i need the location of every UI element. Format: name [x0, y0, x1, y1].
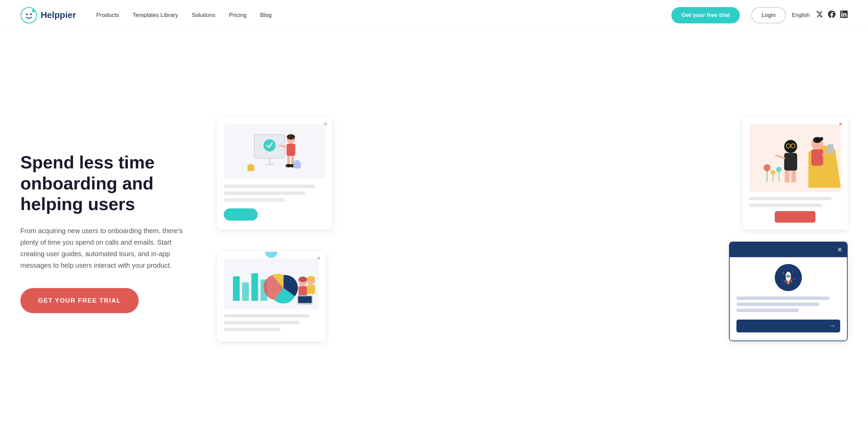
hero-cards: ✕	[217, 118, 848, 348]
card-3-line-3	[224, 328, 281, 331]
nav-templates[interactable]: Templates Library	[133, 12, 178, 19]
hero-left: Spend less time onboarding and helping u…	[20, 152, 197, 313]
svg-point-1	[26, 13, 28, 15]
nav-login-button[interactable]: Login	[751, 7, 786, 23]
svg-point-23	[764, 164, 771, 171]
card-4-arrow-icon: →	[829, 322, 835, 329]
logo-icon	[20, 7, 37, 24]
twitter-icon[interactable]	[816, 11, 823, 20]
svg-rect-20	[295, 160, 299, 163]
card-2-line-1	[749, 197, 832, 200]
language-selector[interactable]: English	[792, 12, 810, 18]
nav-products[interactable]: Products	[96, 12, 119, 19]
presentation-illustration	[241, 128, 309, 175]
card-product-tour: ✕	[729, 242, 848, 341]
hero-section: Spend less time onboarding and helping u…	[0, 30, 868, 428]
facebook-icon[interactable]	[828, 11, 835, 20]
card-4-line-1	[736, 297, 830, 300]
hero-cta-button[interactable]: GET YOUR FREE TRIAL	[20, 288, 139, 313]
svg-point-25	[771, 170, 775, 175]
card-onboarding-guide: ✕	[217, 118, 332, 229]
svg-point-49	[298, 277, 307, 282]
rocket-illustration	[775, 264, 802, 291]
nav-links: Products Templates Library Solutions Pri…	[96, 12, 671, 19]
svg-rect-12	[287, 156, 290, 165]
svg-point-10	[287, 134, 295, 140]
card-4-action-button[interactable]: →	[736, 320, 840, 332]
svg-point-6	[263, 139, 276, 151]
svg-point-58	[794, 279, 795, 280]
analytics-illustration	[224, 259, 319, 309]
card-4-line-3	[736, 309, 799, 312]
navbar: Helppier Products Templates Library Solu…	[0, 0, 868, 30]
nav-solutions[interactable]: Solutions	[192, 12, 215, 19]
nav-right: Get your free trial Login English	[671, 7, 848, 23]
logo-link[interactable]: Helppier	[20, 7, 76, 24]
svg-point-2	[30, 13, 32, 15]
card-analytics: ✕	[217, 252, 326, 341]
card-2-illustration	[749, 124, 841, 192]
card-4-header: ✕	[730, 242, 847, 257]
card-2-line-2	[749, 204, 823, 207]
svg-point-3	[32, 9, 35, 13]
svg-rect-43	[233, 276, 240, 301]
svg-point-59	[782, 281, 783, 282]
linkedin-icon[interactable]	[840, 11, 848, 20]
card-4-lines	[736, 297, 840, 315]
card-4-line-2	[736, 303, 820, 306]
card-3-line-2	[224, 321, 300, 324]
card-2-close-icon[interactable]: ✕	[839, 121, 843, 127]
card-4-close-icon[interactable]: ✕	[837, 246, 842, 253]
svg-point-39	[820, 137, 823, 140]
card-engagement: ✕	[743, 118, 848, 229]
card-2-action-button[interactable]	[775, 211, 815, 223]
svg-rect-41	[828, 144, 833, 154]
card-3-bubble	[265, 252, 277, 258]
card-4-body: →	[730, 257, 847, 341]
nav-blog[interactable]: Blog	[260, 12, 272, 19]
svg-rect-29	[784, 153, 797, 170]
svg-rect-50	[298, 286, 307, 296]
brand-name: Helppier	[41, 10, 76, 20]
svg-rect-45	[251, 273, 258, 301]
svg-rect-52	[298, 296, 312, 303]
svg-rect-18	[249, 164, 253, 166]
card-1-line-2	[224, 191, 305, 195]
hero-title: Spend less time onboarding and helping u…	[20, 152, 183, 215]
svg-rect-37	[811, 149, 823, 165]
nav-pricing[interactable]: Pricing	[229, 12, 246, 19]
svg-point-54	[307, 276, 315, 281]
hero-subtitle: From acquiring new users to onboarding t…	[20, 225, 183, 271]
svg-point-61	[787, 275, 790, 278]
card-1-action-button[interactable]	[224, 208, 258, 221]
social-links	[816, 11, 848, 20]
svg-rect-11	[287, 144, 295, 156]
nav-cta-button[interactable]: Get your free trial	[671, 7, 740, 23]
rocket-icon	[780, 269, 797, 286]
card-3-line-1	[224, 314, 309, 318]
fashion-illustration	[749, 124, 841, 192]
svg-point-57	[792, 271, 793, 272]
svg-rect-31	[791, 170, 796, 182]
svg-point-63	[788, 282, 789, 285]
svg-rect-44	[242, 282, 249, 301]
svg-rect-30	[785, 170, 790, 182]
card-3-illustration	[224, 259, 319, 309]
svg-rect-55	[307, 285, 315, 294]
svg-point-56	[783, 272, 784, 273]
card-1-line-3	[224, 198, 285, 202]
card-1-illustration	[224, 124, 326, 179]
svg-point-27	[776, 167, 782, 172]
card-1-line-1	[224, 185, 315, 188]
